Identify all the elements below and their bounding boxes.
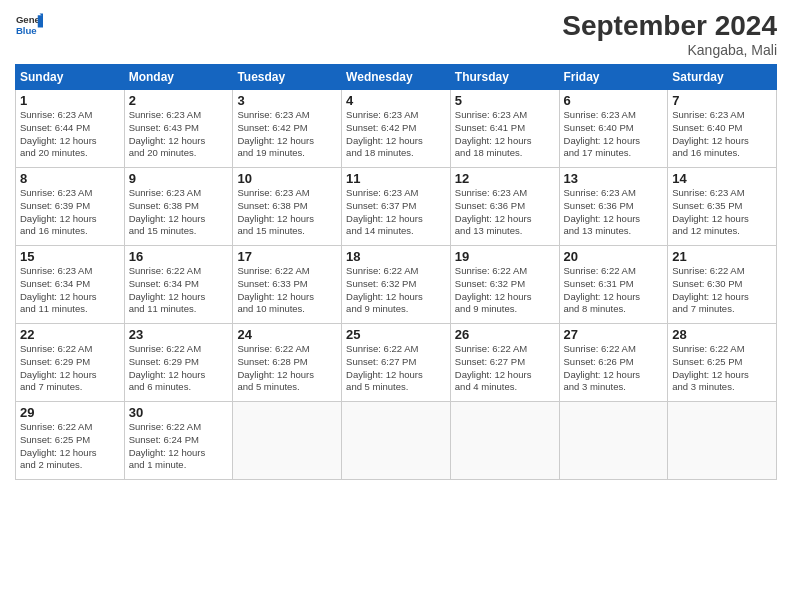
logo-icon: General Blue — [15, 10, 43, 38]
day-info: Sunrise: 6:22 AM Sunset: 6:31 PM Dayligh… — [564, 265, 664, 316]
day-info: Sunrise: 6:22 AM Sunset: 6:26 PM Dayligh… — [564, 343, 664, 394]
day-cell: 9Sunrise: 6:23 AM Sunset: 6:38 PM Daylig… — [124, 168, 233, 246]
day-cell: 24Sunrise: 6:22 AM Sunset: 6:28 PM Dayli… — [233, 324, 342, 402]
day-cell — [450, 402, 559, 480]
day-cell: 16Sunrise: 6:22 AM Sunset: 6:34 PM Dayli… — [124, 246, 233, 324]
day-cell: 28Sunrise: 6:22 AM Sunset: 6:25 PM Dayli… — [668, 324, 777, 402]
day-number: 16 — [129, 249, 229, 264]
week-row-3: 15Sunrise: 6:23 AM Sunset: 6:34 PM Dayli… — [16, 246, 777, 324]
day-cell: 4Sunrise: 6:23 AM Sunset: 6:42 PM Daylig… — [342, 90, 451, 168]
day-number: 26 — [455, 327, 555, 342]
day-number: 21 — [672, 249, 772, 264]
day-number: 24 — [237, 327, 337, 342]
svg-text:Blue: Blue — [16, 25, 37, 36]
day-cell: 11Sunrise: 6:23 AM Sunset: 6:37 PM Dayli… — [342, 168, 451, 246]
day-cell: 13Sunrise: 6:23 AM Sunset: 6:36 PM Dayli… — [559, 168, 668, 246]
title-block: September 2024 Kangaba, Mali — [562, 10, 777, 58]
day-cell: 15Sunrise: 6:23 AM Sunset: 6:34 PM Dayli… — [16, 246, 125, 324]
header-tuesday: Tuesday — [233, 65, 342, 90]
day-info: Sunrise: 6:22 AM Sunset: 6:30 PM Dayligh… — [672, 265, 772, 316]
header-wednesday: Wednesday — [342, 65, 451, 90]
day-cell: 29Sunrise: 6:22 AM Sunset: 6:25 PM Dayli… — [16, 402, 125, 480]
day-cell: 26Sunrise: 6:22 AM Sunset: 6:27 PM Dayli… — [450, 324, 559, 402]
day-cell — [342, 402, 451, 480]
day-number: 9 — [129, 171, 229, 186]
day-cell: 5Sunrise: 6:23 AM Sunset: 6:41 PM Daylig… — [450, 90, 559, 168]
day-info: Sunrise: 6:23 AM Sunset: 6:43 PM Dayligh… — [129, 109, 229, 160]
day-cell: 25Sunrise: 6:22 AM Sunset: 6:27 PM Dayli… — [342, 324, 451, 402]
day-cell: 3Sunrise: 6:23 AM Sunset: 6:42 PM Daylig… — [233, 90, 342, 168]
header-sunday: Sunday — [16, 65, 125, 90]
day-info: Sunrise: 6:23 AM Sunset: 6:40 PM Dayligh… — [672, 109, 772, 160]
day-number: 19 — [455, 249, 555, 264]
day-cell: 27Sunrise: 6:22 AM Sunset: 6:26 PM Dayli… — [559, 324, 668, 402]
day-cell: 8Sunrise: 6:23 AM Sunset: 6:39 PM Daylig… — [16, 168, 125, 246]
day-number: 6 — [564, 93, 664, 108]
header-thursday: Thursday — [450, 65, 559, 90]
day-number: 27 — [564, 327, 664, 342]
day-number: 11 — [346, 171, 446, 186]
day-cell: 23Sunrise: 6:22 AM Sunset: 6:29 PM Dayli… — [124, 324, 233, 402]
day-info: Sunrise: 6:23 AM Sunset: 6:36 PM Dayligh… — [564, 187, 664, 238]
day-number: 1 — [20, 93, 120, 108]
day-info: Sunrise: 6:22 AM Sunset: 6:25 PM Dayligh… — [20, 421, 120, 472]
day-number: 29 — [20, 405, 120, 420]
logo: General Blue — [15, 10, 43, 38]
day-number: 25 — [346, 327, 446, 342]
day-info: Sunrise: 6:23 AM Sunset: 6:41 PM Dayligh… — [455, 109, 555, 160]
header-monday: Monday — [124, 65, 233, 90]
day-info: Sunrise: 6:22 AM Sunset: 6:29 PM Dayligh… — [129, 343, 229, 394]
day-info: Sunrise: 6:22 AM Sunset: 6:33 PM Dayligh… — [237, 265, 337, 316]
day-info: Sunrise: 6:23 AM Sunset: 6:40 PM Dayligh… — [564, 109, 664, 160]
header-saturday: Saturday — [668, 65, 777, 90]
day-cell — [559, 402, 668, 480]
day-info: Sunrise: 6:23 AM Sunset: 6:34 PM Dayligh… — [20, 265, 120, 316]
day-cell: 17Sunrise: 6:22 AM Sunset: 6:33 PM Dayli… — [233, 246, 342, 324]
day-number: 13 — [564, 171, 664, 186]
day-number: 20 — [564, 249, 664, 264]
day-info: Sunrise: 6:23 AM Sunset: 6:38 PM Dayligh… — [129, 187, 229, 238]
day-cell: 12Sunrise: 6:23 AM Sunset: 6:36 PM Dayli… — [450, 168, 559, 246]
day-number: 12 — [455, 171, 555, 186]
calendar-subtitle: Kangaba, Mali — [562, 42, 777, 58]
day-info: Sunrise: 6:22 AM Sunset: 6:32 PM Dayligh… — [455, 265, 555, 316]
day-cell: 6Sunrise: 6:23 AM Sunset: 6:40 PM Daylig… — [559, 90, 668, 168]
day-cell: 1Sunrise: 6:23 AM Sunset: 6:44 PM Daylig… — [16, 90, 125, 168]
day-number: 8 — [20, 171, 120, 186]
day-info: Sunrise: 6:22 AM Sunset: 6:29 PM Dayligh… — [20, 343, 120, 394]
day-cell: 10Sunrise: 6:23 AM Sunset: 6:38 PM Dayli… — [233, 168, 342, 246]
weekday-header-row: Sunday Monday Tuesday Wednesday Thursday… — [16, 65, 777, 90]
day-info: Sunrise: 6:22 AM Sunset: 6:28 PM Dayligh… — [237, 343, 337, 394]
header-friday: Friday — [559, 65, 668, 90]
day-number: 28 — [672, 327, 772, 342]
day-number: 23 — [129, 327, 229, 342]
week-row-4: 22Sunrise: 6:22 AM Sunset: 6:29 PM Dayli… — [16, 324, 777, 402]
day-number: 2 — [129, 93, 229, 108]
day-cell: 14Sunrise: 6:23 AM Sunset: 6:35 PM Dayli… — [668, 168, 777, 246]
day-info: Sunrise: 6:23 AM Sunset: 6:36 PM Dayligh… — [455, 187, 555, 238]
day-info: Sunrise: 6:22 AM Sunset: 6:34 PM Dayligh… — [129, 265, 229, 316]
day-cell: 30Sunrise: 6:22 AM Sunset: 6:24 PM Dayli… — [124, 402, 233, 480]
day-number: 17 — [237, 249, 337, 264]
calendar-title: September 2024 — [562, 10, 777, 42]
day-number: 15 — [20, 249, 120, 264]
day-info: Sunrise: 6:23 AM Sunset: 6:39 PM Dayligh… — [20, 187, 120, 238]
day-cell: 20Sunrise: 6:22 AM Sunset: 6:31 PM Dayli… — [559, 246, 668, 324]
day-info: Sunrise: 6:22 AM Sunset: 6:32 PM Dayligh… — [346, 265, 446, 316]
week-row-1: 1Sunrise: 6:23 AM Sunset: 6:44 PM Daylig… — [16, 90, 777, 168]
day-number: 22 — [20, 327, 120, 342]
week-row-2: 8Sunrise: 6:23 AM Sunset: 6:39 PM Daylig… — [16, 168, 777, 246]
day-info: Sunrise: 6:22 AM Sunset: 6:27 PM Dayligh… — [455, 343, 555, 394]
day-number: 14 — [672, 171, 772, 186]
day-info: Sunrise: 6:23 AM Sunset: 6:44 PM Dayligh… — [20, 109, 120, 160]
day-info: Sunrise: 6:23 AM Sunset: 6:37 PM Dayligh… — [346, 187, 446, 238]
week-row-5: 29Sunrise: 6:22 AM Sunset: 6:25 PM Dayli… — [16, 402, 777, 480]
day-number: 10 — [237, 171, 337, 186]
day-info: Sunrise: 6:22 AM Sunset: 6:25 PM Dayligh… — [672, 343, 772, 394]
day-number: 30 — [129, 405, 229, 420]
day-number: 7 — [672, 93, 772, 108]
day-info: Sunrise: 6:22 AM Sunset: 6:27 PM Dayligh… — [346, 343, 446, 394]
calendar-table: Sunday Monday Tuesday Wednesday Thursday… — [15, 64, 777, 480]
header-row: General Blue September 2024 Kangaba, Mal… — [15, 10, 777, 58]
svg-marker-2 — [38, 15, 43, 27]
